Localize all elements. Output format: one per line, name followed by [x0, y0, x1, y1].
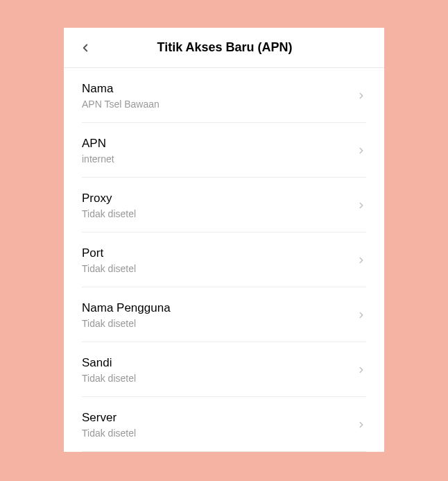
setting-label: Server [82, 411, 136, 425]
header-bar: Titik Akses Baru (APN) [64, 28, 384, 68]
setting-item-sandi[interactable]: Sandi Tidak disetel [82, 342, 366, 397]
settings-panel: Titik Akses Baru (APN) Nama APN Tsel Baw… [64, 28, 384, 452]
setting-item-apn[interactable]: APN internet [82, 123, 366, 178]
setting-item-text: Sandi Tidak disetel [82, 356, 136, 384]
setting-item-text: Nama APN Tsel Bawaan [82, 82, 160, 110]
setting-item-text: Port Tidak disetel [82, 246, 136, 274]
setting-label: APN [82, 137, 114, 151]
setting-item-text: Server Tidak disetel [82, 411, 136, 439]
setting-item-nama-pengguna[interactable]: Nama Pengguna Tidak disetel [82, 287, 366, 342]
setting-item-text: Nama Pengguna Tidak disetel [82, 301, 171, 329]
chevron-right-icon [356, 91, 366, 101]
back-icon[interactable] [79, 42, 92, 54]
setting-item-server[interactable]: Server Tidak disetel [82, 397, 366, 452]
chevron-right-icon [356, 420, 366, 430]
setting-value: Tidak disetel [82, 318, 171, 329]
setting-value: internet [82, 153, 114, 164]
settings-list: Nama APN Tsel Bawaan APN internet [64, 68, 384, 452]
setting-value: Tidak disetel [82, 263, 136, 274]
chevron-right-icon [356, 201, 366, 210]
setting-label: Sandi [82, 356, 136, 370]
setting-item-port[interactable]: Port Tidak disetel [82, 233, 366, 287]
setting-label: Port [82, 246, 136, 260]
page-title: Titik Akses Baru (APN) [92, 40, 358, 55]
setting-value: Tidak disetel [82, 428, 136, 439]
setting-item-proxy[interactable]: Proxy Tidak disetel [82, 178, 366, 233]
setting-label: Nama [82, 82, 160, 96]
setting-item-nama[interactable]: Nama APN Tsel Bawaan [82, 68, 366, 123]
chevron-right-icon [356, 146, 366, 155]
setting-label: Nama Pengguna [82, 301, 171, 315]
chevron-right-icon [356, 365, 366, 375]
setting-value: Tidak disetel [82, 373, 136, 384]
setting-label: Proxy [82, 192, 136, 205]
setting-value: APN Tsel Bawaan [82, 99, 160, 110]
chevron-right-icon [356, 310, 366, 320]
setting-item-text: APN internet [82, 137, 114, 164]
setting-item-text: Proxy Tidak disetel [82, 192, 136, 219]
chevron-right-icon [356, 255, 366, 265]
setting-value: Tidak disetel [82, 208, 136, 219]
